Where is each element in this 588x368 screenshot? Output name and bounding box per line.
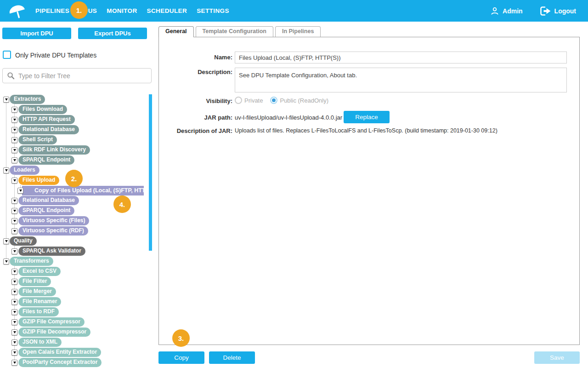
collapse-arrow-icon[interactable] — [11, 360, 17, 366]
tree-item[interactable]: File Filter — [0, 276, 156, 287]
collapse-arrow-icon[interactable] — [11, 208, 17, 214]
collapse-arrow-icon[interactable] — [3, 97, 9, 103]
collapse-arrow-icon[interactable] — [11, 289, 17, 295]
collapse-arrow-icon[interactable] — [11, 248, 17, 254]
tree-item-label[interactable]: Files to RDF — [18, 307, 59, 316]
tree-item[interactable]: Relational Database — [0, 196, 156, 206]
detail-tab[interactable]: In Pipelines — [275, 26, 321, 37]
tree-item[interactable]: HTTP API Request — [0, 115, 156, 125]
collapse-arrow-icon[interactable] — [11, 178, 17, 184]
collapse-arrow-icon[interactable] — [11, 127, 17, 133]
visibility-radio[interactable]: Public (ReadOnly) — [270, 97, 328, 104]
only-private-checkbox[interactable] — [3, 51, 11, 59]
detail-tab[interactable]: Template Configuration — [196, 26, 273, 37]
collapse-arrow-icon[interactable] — [11, 228, 17, 234]
user-menu[interactable]: Admin — [490, 6, 523, 16]
tree-item-label[interactable]: Copy of Files Upload (Local, (S)FTP, HTT… — [22, 186, 144, 196]
tree-item-label[interactable]: JSON to XML — [18, 338, 62, 347]
copy-button[interactable]: Copy — [158, 351, 204, 364]
tree-item-label[interactable]: GZIP File Decompressor — [18, 328, 90, 337]
nav-menu-item[interactable]: SETTINGS — [197, 7, 229, 14]
collapse-arrow-icon[interactable] — [11, 339, 17, 345]
collapse-arrow-icon[interactable] — [11, 319, 17, 325]
nav-menu-item[interactable]: SCHEDULER — [147, 7, 187, 14]
nav-menu-item[interactable]: MONITOR — [107, 7, 137, 14]
tree-item[interactable]: Extractors — [0, 94, 156, 104]
tree-item[interactable]: SPARQL Endpoint — [0, 155, 156, 165]
save-button[interactable]: Save — [534, 351, 580, 364]
detail-tab[interactable]: General — [158, 26, 194, 37]
collapse-arrow-icon[interactable] — [11, 117, 17, 123]
tree-item-label[interactable]: Silk RDF Link Discovery — [18, 145, 90, 155]
tree-item[interactable]: Virtuoso Specific (RDF) — [0, 226, 156, 236]
collapse-arrow-icon[interactable] — [11, 309, 17, 315]
collapse-arrow-icon[interactable] — [3, 167, 9, 173]
tree-item-label[interactable]: SPARQL Endpoint — [18, 206, 74, 215]
collapse-arrow-icon[interactable] — [11, 157, 17, 163]
tree-item-label[interactable]: Relational Database — [18, 196, 79, 205]
tree-item-label[interactable]: Extractors — [10, 95, 45, 104]
collapse-arrow-icon[interactable] — [11, 147, 17, 153]
tree-item[interactable]: Transformers — [0, 256, 156, 266]
tree-item[interactable]: Silk RDF Link Discovery — [0, 145, 156, 155]
app-logo[interactable] — [7, 2, 27, 22]
collapse-arrow-icon[interactable] — [11, 218, 17, 224]
tree-item[interactable]: JSON to XML — [0, 337, 156, 347]
tree-item-label[interactable]: Virtuoso Specific (RDF) — [18, 226, 88, 236]
collapse-arrow-icon[interactable] — [11, 107, 17, 113]
tree-item[interactable]: File Renamer — [0, 297, 156, 307]
tree-item-label[interactable]: Excel to CSV — [18, 267, 61, 276]
description-field[interactable]: See DPU Template Configuration, About ta… — [235, 68, 567, 92]
tree-item-label[interactable]: GZIP File Compressor — [18, 317, 85, 327]
tree-item[interactable]: Files Download — [0, 104, 156, 115]
tree-item[interactable]: SPARQL Endpoint — [0, 206, 156, 216]
filter-tree-input[interactable] — [2, 68, 152, 83]
tree-item[interactable]: Open Calais Entity Extractor — [0, 347, 156, 357]
tree-item[interactable]: SPARQL Ask Validator — [0, 246, 156, 256]
tree-item-label[interactable]: HTTP API Request — [18, 115, 75, 124]
collapse-arrow-icon[interactable] — [3, 238, 9, 244]
tree-item[interactable]: GZIP File Decompressor — [0, 327, 156, 337]
tree-item[interactable]: Files to RDF — [0, 307, 156, 317]
collapse-arrow-icon[interactable] — [11, 198, 17, 204]
tree-item-label[interactable]: Quality — [10, 236, 37, 246]
tree-item-label[interactable]: File Renamer — [18, 297, 61, 306]
import-dpu-button[interactable]: Import DPU — [2, 28, 71, 39]
tree-item-label[interactable]: PoolParty Concept Extractor — [18, 358, 102, 367]
tree-item-label[interactable]: Loaders — [10, 166, 40, 175]
tree-item-label[interactable]: SPARQL Endpoint — [18, 155, 74, 165]
name-field[interactable] — [235, 52, 567, 63]
replace-button[interactable]: Replace — [344, 111, 390, 123]
tree-item[interactable]: Virtuoso Specific (Files) — [0, 216, 156, 226]
collapse-arrow-icon[interactable] — [3, 259, 9, 264]
tree-item-label[interactable]: File Merger — [18, 287, 56, 296]
collapse-arrow-icon[interactable] — [17, 188, 23, 194]
tree-item[interactable]: File Merger — [0, 287, 156, 297]
tree-item[interactable]: Quality — [0, 236, 156, 246]
tree-item-label[interactable]: Open Calais Entity Extractor — [18, 348, 101, 357]
tree-item[interactable]: PoolParty Concept Extractor — [0, 357, 156, 368]
collapse-arrow-icon[interactable] — [11, 137, 17, 143]
tree-item-label[interactable]: SPARQL Ask Validator — [18, 247, 85, 256]
tree-item[interactable]: Relational Database — [0, 125, 156, 135]
tree-item-label[interactable]: Transformers — [10, 257, 53, 266]
nav-menu-item[interactable]: PIPELINES — [35, 7, 69, 14]
tree-item[interactable]: Excel to CSV — [0, 266, 156, 276]
tree-item-label[interactable]: Shell Script — [18, 135, 57, 144]
collapse-arrow-icon[interactable] — [11, 269, 17, 275]
tree-item-label[interactable]: Virtuoso Specific (Files) — [18, 216, 89, 225]
visibility-radio[interactable]: Private — [235, 97, 263, 104]
tree-item[interactable]: GZIP File Compressor — [0, 317, 156, 327]
tree-item-label[interactable]: Files Download — [18, 105, 67, 114]
collapse-arrow-icon[interactable] — [11, 329, 17, 335]
tree-scrollbar[interactable] — [149, 94, 152, 251]
tree-item[interactable]: Copy of Files Upload (Local, (S)FTP, HTT… — [0, 185, 156, 196]
delete-button[interactable]: Delete — [209, 351, 255, 364]
tree-item-label[interactable]: Files Upload — [18, 176, 59, 185]
export-dpus-button[interactable]: Export DPUs — [78, 28, 147, 39]
logout-button[interactable]: Logout — [539, 6, 576, 16]
tree-item-label[interactable]: File Filter — [18, 277, 51, 286]
tree-item-label[interactable]: Relational Database — [18, 125, 79, 134]
tree-item[interactable]: Shell Script — [0, 135, 156, 145]
collapse-arrow-icon[interactable] — [11, 299, 17, 305]
